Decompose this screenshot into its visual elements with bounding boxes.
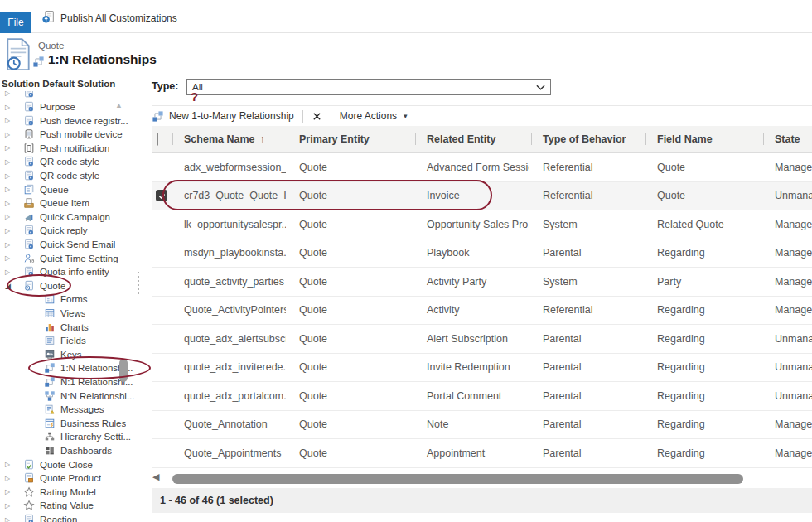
publish-all-customizations-button[interactable]: Publish All Customizations: [36, 8, 182, 28]
type-filter-dropdown[interactable]: All: [186, 79, 551, 95]
table-row[interactable]: quote_adx_inviterede...QuoteInvite Redem…: [152, 354, 812, 383]
table-row[interactable]: msdyn_playbookinsta...QuotePlaybookParen…: [152, 239, 812, 268]
tree-item-forms[interactable]: Forms: [0, 292, 147, 306]
cell-related: Appointment: [413, 447, 529, 459]
tree-expand-arrow-icon[interactable]: ▷: [5, 488, 17, 495]
tree-item-messages[interactable]: Messages: [0, 403, 147, 416]
table-row[interactable]: lk_opportunitysalespr...QuoteOpportunity…: [152, 210, 812, 239]
tree-item-label: Queue: [40, 185, 69, 195]
publish-button-label: Publish All Customizations: [60, 12, 177, 24]
tree-item-fields[interactable]: Fields: [0, 334, 147, 347]
tree-item-rating-value[interactable]: ▷Rating Value: [0, 499, 147, 512]
file-tab[interactable]: File: [0, 12, 31, 33]
table-row[interactable]: Quote_AppointmentsQuoteAppointmentParent…: [152, 439, 812, 468]
tree-expand-arrow-icon[interactable]: ▷: [5, 213, 17, 220]
column-header-field-name[interactable]: Field Name: [644, 133, 761, 145]
delete-button[interactable]: [312, 111, 322, 122]
tree-item-label: Quick Campaign: [40, 212, 110, 222]
cell-schema: Quote_Appointments: [171, 447, 286, 459]
cell-behavior: Referential: [529, 304, 644, 316]
tree-expand-arrow-icon[interactable]: ▷: [5, 144, 17, 152]
tree-item-queue[interactable]: ▷Queue: [0, 183, 147, 196]
tree-item-label: Push notification: [40, 143, 109, 153]
cell-related: Opportunity Sales Pro...: [413, 219, 529, 230]
tree-scroll-up-icon[interactable]: ▲: [115, 101, 123, 109]
table-header: Schema Name↑Primary EntityRelated Entity…: [152, 126, 812, 153]
tree-item-quiet-time-setting[interactable]: ▷Quiet Time Setting: [0, 252, 147, 265]
cell-field: Quote: [644, 162, 761, 173]
tree-expand-arrow-icon[interactable]: ▷: [5, 186, 17, 193]
status-bar: 1 - 46 of 46 (1 selected): [152, 488, 812, 513]
tree-expand-arrow-icon[interactable]: ▷: [5, 117, 17, 124]
table-row[interactable]: adx_webformsession_...QuoteAdvanced Form…: [152, 153, 812, 182]
tree-expand-arrow-icon[interactable]: ▷: [5, 502, 17, 510]
tree-expand-arrow-icon[interactable]: ▷: [5, 268, 17, 276]
tree-item-push-device-registr[interactable]: ▷Push device registr...: [0, 114, 147, 128]
tree-expand-arrow-icon[interactable]: ▷: [5, 461, 17, 468]
table-row[interactable]: quote_activity_partiesQuoteActivity Part…: [152, 268, 812, 297]
tree-item-push-notification[interactable]: ▷Push notification: [0, 142, 147, 155]
column-header-type-of-behavior[interactable]: Type of Behavior: [529, 133, 644, 145]
scroll-left-arrow-icon[interactable]: ◀: [152, 471, 159, 482]
table-row[interactable]: quote_adx_portalcom...QuotePortal Commen…: [152, 382, 812, 411]
tree-item-quote-product[interactable]: ▷Quote Product: [0, 471, 147, 485]
tree-item-label: Rating Model: [40, 487, 96, 497]
relationship-icon: [44, 376, 56, 388]
tree-item-queue-item[interactable]: ▷Queue Item: [0, 196, 147, 210]
tree-item-quote-close[interactable]: ▷Quote Close: [0, 458, 147, 471]
tree-item-quota-info-entity[interactable]: ▷Quota info entity: [0, 265, 147, 278]
tree-item-reaction[interactable]: ▷Reaction: [0, 513, 147, 522]
column-header-related-entity[interactable]: Related Entity: [413, 133, 529, 145]
tree-item-dashboards[interactable]: Dashboards: [0, 444, 147, 457]
tree-expand-arrow-icon[interactable]: ▷: [5, 516, 17, 522]
table-row[interactable]: Quote_AnnotationQuoteNoteParentalRegardi…: [152, 411, 812, 440]
select-all-checkbox[interactable]: [157, 133, 158, 146]
tree-expand-arrow-icon[interactable]: ▷: [5, 158, 17, 166]
panel-splitter-handle[interactable]: [138, 272, 139, 294]
tree-expand-arrow-icon[interactable]: ▷: [5, 200, 17, 207]
more-actions-button[interactable]: More Actions ▾: [340, 110, 408, 122]
table-row[interactable]: quote_adx_alertsubscr...QuoteAlert Subsc…: [152, 325, 812, 354]
column-header-state[interactable]: State: [761, 133, 812, 145]
tree-item-charts[interactable]: Charts: [0, 321, 147, 334]
entity-icon: [23, 170, 35, 181]
tree-expand-arrow-icon[interactable]: ▷: [5, 131, 17, 138]
tree-expand-arrow-icon[interactable]: ▷: [5, 91, 17, 97]
table-row[interactable]: cr7d3_Quote_Quote_I...QuoteInvoiceRefere…: [152, 182, 812, 211]
cell-behavior: Parental: [529, 418, 644, 430]
tree-scrollbar-thumb[interactable]: [119, 359, 128, 382]
tree-collapse-arrow-icon[interactable]: ◢: [5, 282, 17, 290]
tree-expand-arrow-icon[interactable]: ▷: [5, 104, 17, 111]
tree-expand-arrow-icon[interactable]: ▷: [5, 241, 17, 249]
tree-expand-arrow-icon[interactable]: ▷: [5, 227, 17, 234]
tree-item-quick-reply[interactable]: ▷Quick reply: [0, 224, 147, 237]
queue-icon: [23, 184, 35, 196]
column-header-primary-entity[interactable]: Primary Entity: [286, 133, 413, 145]
tree-item-quote[interactable]: ◢Quote: [0, 279, 147, 292]
column-header-schema-name[interactable]: Schema Name↑: [171, 133, 286, 145]
tree-item-quick-send-email[interactable]: ▷Quick Send Email: [0, 238, 147, 251]
annotation-question-mark: ?: [191, 89, 198, 104]
tree-expand-arrow-icon[interactable]: ▷: [5, 254, 17, 262]
cell-state: Unmanaged: [761, 361, 812, 373]
tree-item-hierarchy-setti[interactable]: Hierarchy Setti...: [0, 430, 147, 443]
tree-expand-arrow-icon[interactable]: ▷: [5, 172, 17, 180]
horizontal-scrollbar-thumb[interactable]: [172, 474, 743, 484]
row-checkbox-checked[interactable]: [156, 190, 167, 201]
tree-item-views[interactable]: Views: [0, 307, 147, 320]
views-icon: [44, 307, 56, 319]
tree-item-qr-code-style[interactable]: ▷QR code style: [0, 169, 147, 182]
tree-item-push-mobile-device[interactable]: ▷Push mobile device: [0, 128, 147, 141]
tree-item-n-n-relationshi[interactable]: N:N Relationshi...: [0, 389, 147, 403]
tree-item-label: Quick reply: [40, 225, 88, 235]
tree-item-business-rules[interactable]: Business Rules: [0, 417, 147, 430]
new-1-to-many-relationship-button[interactable]: New 1-to-Many Relationship: [152, 110, 294, 123]
tree-item-purpose[interactable]: ▷Purpose: [0, 100, 147, 114]
tree-item-partial[interactable]: ▷: [0, 91, 147, 99]
tree-item-rating-model[interactable]: ▷Rating Model: [0, 486, 147, 499]
tree-item-label: Purpose: [40, 102, 75, 112]
table-row[interactable]: Quote_ActivityPointersQuoteActivityRefer…: [152, 297, 812, 326]
tree-expand-arrow-icon[interactable]: ▷: [5, 475, 17, 482]
tree-item-quick-campaign[interactable]: ▷Quick Campaign: [0, 210, 147, 224]
tree-item-qr-code-style[interactable]: ▷QR code style: [0, 155, 147, 168]
